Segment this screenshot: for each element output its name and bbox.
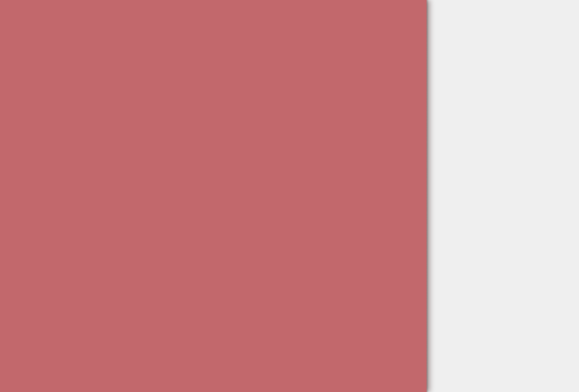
reinforcement-data-dialog [0,0,427,392]
frame-section-property-dialog [427,0,579,392]
dialog-shadow [427,0,429,392]
